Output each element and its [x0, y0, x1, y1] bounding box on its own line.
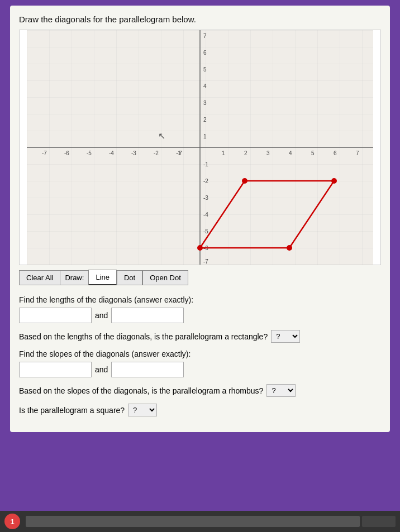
clear-all-button[interactable]: Clear All	[19, 270, 60, 285]
svg-text:7: 7	[203, 33, 207, 39]
instruction-text: Draw the diagonals for the parallelogram…	[19, 15, 381, 24]
svg-text:-1: -1	[203, 161, 208, 167]
rectangle-dropdown[interactable]: ? Yes No	[271, 330, 300, 343]
svg-text:-7: -7	[203, 258, 208, 265]
vertex-2	[331, 178, 337, 184]
diagonal-length-input-1[interactable]	[19, 308, 92, 323]
square-question-label: Is the parallelogram a square?	[19, 406, 125, 415]
open-dot-tool-button[interactable]: Open Dot	[142, 270, 188, 285]
diagonals-length-label: Find the lengths of the diagonals (answe…	[19, 295, 381, 304]
svg-text:4: 4	[203, 83, 207, 89]
rectangle-question-row: Based on the lengths of the diagonals, i…	[19, 330, 381, 343]
diagonal-length-input-2[interactable]	[111, 308, 184, 323]
bottom-bar-controls	[362, 516, 396, 527]
svg-text:1: 1	[222, 150, 225, 156]
square-dropdown[interactable]: ? Yes No	[128, 404, 157, 416]
rectangle-question-label: Based on the lengths of the diagonals, i…	[19, 332, 268, 341]
diagonals-length-row: and	[19, 308, 381, 323]
svg-text:-5: -5	[87, 150, 92, 156]
draw-label: Draw:	[60, 270, 88, 285]
square-question-row: Is the parallelogram a square? ? Yes No	[19, 404, 381, 416]
svg-text:-3: -3	[203, 195, 208, 201]
svg-text:-3: -3	[131, 150, 136, 156]
drawing-toolbar: Clear All Draw: Line Dot Open Dot	[19, 270, 381, 285]
cursor-icon: ↖	[158, 131, 165, 141]
dot-tool-button[interactable]: Dot	[117, 270, 142, 285]
rhombus-question-row: Based on the slopes of the diagonals, is…	[19, 384, 381, 397]
svg-text:-7: -7	[42, 150, 47, 156]
and-label-2: and	[95, 365, 108, 374]
svg-text:6: 6	[334, 150, 337, 156]
and-label-1: and	[95, 311, 108, 320]
svg-text:-2: -2	[203, 178, 208, 184]
slopes-label: Find the slopes of the diagonals (answer…	[19, 349, 381, 358]
bottom-bar-button-1[interactable]: 1	[4, 514, 20, 529]
svg-text:6: 6	[203, 50, 207, 56]
bottom-bar: 1	[0, 511, 400, 532]
svg-text:-5: -5	[203, 228, 208, 234]
svg-text:3: 3	[203, 100, 207, 106]
svg-text:5: 5	[203, 66, 207, 73]
svg-text:-4: -4	[203, 212, 208, 218]
svg-text:-2: -2	[154, 150, 159, 156]
svg-text:5: 5	[311, 150, 315, 156]
rhombus-dropdown[interactable]: ? Yes No	[266, 384, 296, 397]
graph-area[interactable]: -7 -7 -6 -5 -4 -3 -2 -1 1 2 3 4	[19, 30, 381, 265]
vertex-1	[242, 178, 247, 184]
coordinate-graph[interactable]: -7 -7 -6 -5 -4 -3 -2 -1 1 2 3 4	[27, 30, 373, 265]
vertex-3	[287, 245, 292, 251]
svg-text:-6: -6	[64, 150, 69, 156]
svg-text:2: 2	[203, 117, 207, 123]
slope-input-1[interactable]	[19, 362, 92, 377]
line-tool-button[interactable]: Line	[88, 270, 117, 285]
svg-text:-4: -4	[109, 150, 114, 156]
rhombus-question-label: Based on the slopes of the diagonals, is…	[19, 386, 263, 395]
bottom-bar-progress	[26, 516, 360, 527]
svg-text:4: 4	[289, 150, 292, 156]
vertex-4	[197, 245, 203, 251]
svg-text:3: 3	[266, 150, 270, 156]
svg-text:1: 1	[203, 133, 207, 140]
slope-input-2[interactable]	[111, 362, 184, 377]
svg-text:7: 7	[356, 150, 359, 156]
slopes-input-row: and	[19, 362, 381, 377]
svg-text:2: 2	[244, 150, 247, 156]
svg-text:-1: -1	[176, 150, 181, 156]
